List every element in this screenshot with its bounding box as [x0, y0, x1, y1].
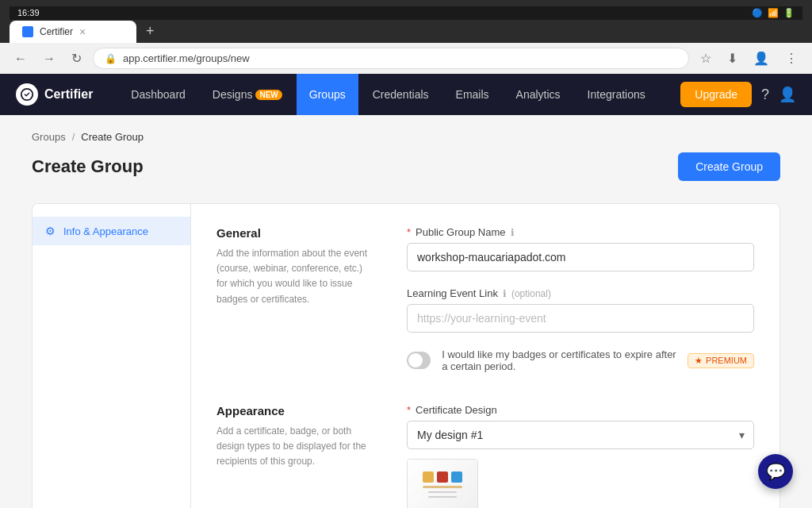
nav-right: Upgrade ? 👤 [680, 82, 796, 107]
certificate-design-select[interactable]: My design #1 [407, 421, 754, 449]
learning-link-info-icon[interactable]: ℹ [503, 288, 507, 299]
breadcrumb-separator: / [72, 131, 75, 143]
expiry-toggle-row: I would like my badges or certificates t… [407, 348, 754, 372]
cert-sq-3 [451, 471, 462, 483]
appearance-section: Appearance Add a certificate, badge, or … [216, 404, 754, 508]
page-header: Create Group Create Group [32, 152, 780, 181]
optional-text: (optional) [511, 288, 551, 299]
form-container: ⚙ Info & Appearance General Add the info… [32, 203, 780, 508]
back-button[interactable]: ← [10, 48, 32, 69]
lock-icon: 🔒 [105, 53, 117, 64]
general-fields: * Public Group Name ℹ Learning Event Lin… [407, 226, 754, 372]
general-section: General Add the information about the ev… [216, 226, 754, 372]
menu-button[interactable]: ⋮ [780, 48, 802, 69]
wifi-icon: 📶 [768, 8, 779, 18]
gear-icon: ⚙ [45, 225, 56, 237]
general-title: General [216, 226, 375, 240]
battery-icon: 🔋 [783, 8, 795, 18]
star-icon: ★ [695, 356, 703, 366]
cert-line-2 [428, 491, 457, 493]
toggle-slider [407, 352, 431, 369]
appearance-title: Appearance [216, 404, 375, 418]
nav-credentials[interactable]: Credentials [360, 74, 442, 115]
upgrade-button[interactable]: Upgrade [680, 82, 752, 107]
help-button[interactable]: ? [761, 87, 769, 103]
certificate-design-label: * Certificate Design [407, 404, 754, 416]
page-content: Groups / Create Group Create Group Creat… [0, 115, 812, 508]
new-tab-button[interactable]: + [140, 20, 161, 43]
breadcrumb: Groups / Create Group [32, 131, 780, 143]
breadcrumb-current: Create Group [81, 131, 144, 143]
designs-badge: NEW [255, 90, 282, 100]
appearance-text: Add a certificate, badge, or both design… [216, 424, 375, 470]
general-description: General Add the information about the ev… [216, 226, 375, 372]
nav-analytics[interactable]: Analytics [504, 74, 573, 115]
premium-badge: ★ PREMIUM [688, 353, 754, 368]
expiry-toggle-label: I would like my badges or certificates t… [442, 348, 676, 372]
logo-text: Certifier [44, 87, 93, 102]
design-select-wrapper: My design #1 ▾ [407, 421, 754, 449]
cert-required-star: * [407, 404, 411, 416]
time-display: 16:39 [17, 8, 40, 18]
learning-event-link-label: Learning Event Link ℹ (optional) [407, 287, 754, 299]
cert-line-3 [428, 496, 457, 498]
reload-button[interactable]: ↻ [67, 48, 86, 69]
nav-items: Dashboard Designs NEW Groups Credentials… [118, 74, 680, 115]
certificate-design-field: * Certificate Design My design #1 ▾ [407, 404, 754, 508]
cert-pattern [423, 471, 462, 483]
bookmark-button[interactable]: ☆ [695, 48, 716, 69]
premium-text: PREMIUM [706, 356, 747, 365]
user-button[interactable]: 👤 [779, 86, 796, 103]
nav-integrations[interactable]: Integrations [575, 74, 658, 115]
download-button[interactable]: ⬇ [722, 48, 742, 69]
active-tab[interactable]: Certifier × [10, 21, 136, 43]
profile-button[interactable]: 👤 [749, 48, 774, 69]
cert-line-1 [423, 486, 462, 488]
bt-icon: 🔵 [752, 8, 763, 18]
sidebar-item-label: Info & Appearance [63, 225, 148, 237]
breadcrumb-groups-link[interactable]: Groups [32, 131, 66, 143]
required-star: * [407, 226, 411, 238]
logo: Certifier [16, 83, 93, 106]
expiry-toggle[interactable] [407, 352, 431, 369]
appearance-description: Appearance Add a certificate, badge, or … [216, 404, 375, 508]
sidebar-panel: ⚙ Info & Appearance [33, 204, 191, 508]
forward-button[interactable]: → [38, 48, 60, 69]
nav-emails[interactable]: Emails [443, 74, 502, 115]
certificate-thumbnail [407, 459, 478, 508]
group-name-info-icon[interactable]: ℹ [511, 227, 515, 238]
public-group-name-label: * Public Group Name ℹ [407, 226, 754, 238]
nav-dashboard[interactable]: Dashboard [118, 74, 198, 115]
learning-event-link-field: Learning Event Link ℹ (optional) [407, 287, 754, 333]
page-title: Create Group [32, 156, 144, 177]
nav-groups[interactable]: Groups [297, 74, 358, 115]
cert-sq-2 [437, 471, 448, 483]
learning-event-link-input[interactable] [407, 304, 754, 333]
address-bar[interactable]: 🔒 app.certifier.me/groups/new [93, 48, 689, 69]
cert-preview [408, 460, 477, 508]
appearance-fields: * Certificate Design My design #1 ▾ [407, 404, 754, 508]
chat-bubble[interactable]: 💬 [758, 454, 793, 489]
tab-close-button[interactable]: × [79, 25, 86, 38]
general-text: Add the information about the event (cou… [216, 246, 375, 307]
cert-sq-1 [423, 471, 434, 483]
form-panel: General Add the information about the ev… [191, 204, 779, 508]
nav-designs[interactable]: Designs NEW [200, 74, 295, 115]
app-navigation: Certifier Dashboard Designs NEW Groups C… [0, 74, 812, 115]
logo-icon [16, 83, 38, 106]
public-group-name-field: * Public Group Name ℹ [407, 226, 754, 271]
create-group-button[interactable]: Create Group [678, 152, 780, 181]
address-text: app.certifier.me/groups/new [123, 52, 250, 64]
chat-icon: 💬 [766, 462, 786, 481]
public-group-name-input[interactable] [407, 243, 754, 271]
sidebar-item-info-appearance[interactable]: ⚙ Info & Appearance [33, 217, 190, 245]
tab-title: Certifier [40, 26, 73, 37]
